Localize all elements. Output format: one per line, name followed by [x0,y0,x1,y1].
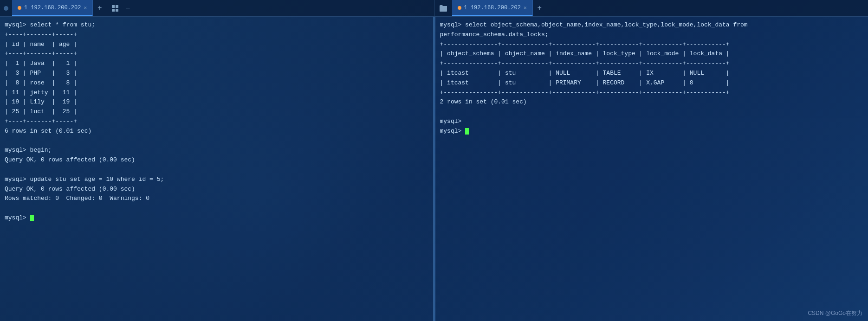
terminal-right-content: mysql> select object_schema,object_name,… [440,20,864,136]
folder-icon[interactable] [434,0,452,16]
tab-dot-left [18,6,21,10]
terminal-left-content: mysql> select * from stu; +----+-------+… [5,20,428,223]
window-dot-left [4,6,8,11]
tab-dot-right [458,6,461,10]
top-bar: 1 192.168.200.202 ✕ + — [0,0,868,17]
tab-left-1-label: 1 192.168.200.202 [24,5,81,11]
svg-rect-3 [116,9,118,12]
tab-left-1[interactable]: 1 192.168.200.202 ✕ [12,0,93,16]
tab-close-right-1[interactable]: ✕ [524,5,527,11]
tab-close-left-1[interactable]: ✕ [84,5,87,11]
app-container: 1 192.168.200.202 ✕ + — [0,0,868,321]
tab-new-left[interactable]: + [93,0,107,16]
top-bar-right: 1 192.168.200.202 ✕ + [434,0,868,16]
cursor-left [30,215,34,221]
watermark: CSDN @GoGo在努力 [808,309,862,317]
terminal-right[interactable]: mysql> select object_schema,object_name,… [435,17,868,321]
tab-right-1-label: 1 192.168.200.202 [464,5,521,11]
main-content: mysql> select * from stu; +----+-------+… [0,17,868,321]
grid-icon[interactable] [107,0,123,16]
tab-right-1[interactable]: 1 192.168.200.202 ✕ [452,0,533,16]
svg-rect-0 [112,5,115,8]
window-controls-left [0,0,12,16]
terminal-left[interactable]: mysql> select * from stu; +----+-------+… [0,17,434,321]
svg-rect-1 [116,5,118,8]
top-bar-left: 1 192.168.200.202 ✕ + — [0,0,434,16]
svg-rect-2 [112,9,115,12]
cursor-right [465,128,469,135]
tab-new-right[interactable]: + [533,0,547,16]
minus-icon[interactable]: — [123,0,133,16]
